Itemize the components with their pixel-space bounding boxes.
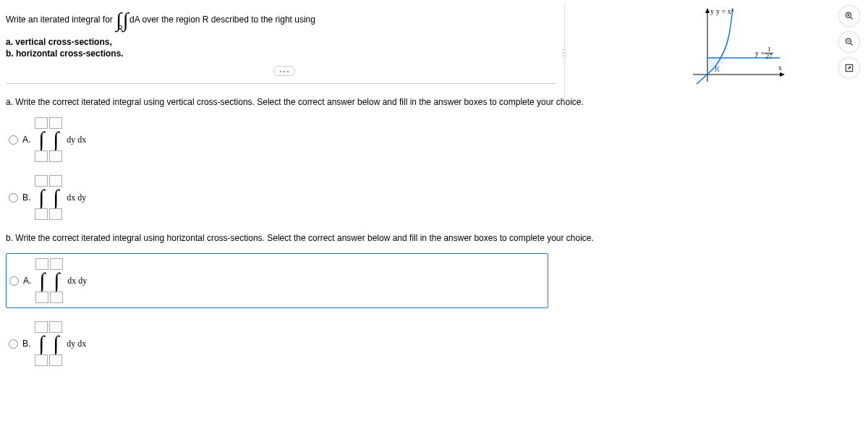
vertical-resize-handle[interactable] [561, 20, 567, 85]
b-A-outer-lower[interactable] [35, 292, 48, 303]
b-B-differential: dy dx [67, 339, 86, 349]
a-B-outer-lower[interactable] [35, 208, 48, 220]
svg-line-6 [851, 17, 853, 20]
svg-marker-1 [705, 8, 710, 13]
region-graph: y y = x³ y = 1 27 R x [686, 6, 787, 89]
part-b-option-b[interactable]: B. ∫ ∫ dy dx [6, 321, 674, 366]
integral-icon: ∫ [54, 271, 59, 291]
svg-line-10 [851, 43, 853, 46]
line-label: y = 1 27 [755, 46, 773, 60]
a-A-outer-lower[interactable] [35, 150, 48, 162]
radio-a-A[interactable] [9, 135, 18, 145]
b-A-differential: dx dy [67, 276, 87, 286]
more-dots-button[interactable]: • • • [273, 66, 295, 76]
cross-section-list: a. vertical cross-sections, b. horizonta… [6, 37, 674, 59]
part-a-option-b[interactable]: B. ∫ ∫ dx dy [6, 175, 674, 220]
integral-icon: ∫ [38, 129, 44, 150]
a-B-differential: dx dy [67, 192, 86, 203]
radio-b-B[interactable] [9, 339, 18, 349]
integral-icon: ∫ [53, 129, 59, 150]
part-b-option-a[interactable]: A. ∫ ∫ dx dy [6, 253, 548, 308]
integral-icon: ∫ [53, 187, 59, 208]
part-a-option-a[interactable]: A. ∫ ∫ dy dx [6, 117, 674, 162]
b-A-inner-lower[interactable] [50, 292, 63, 303]
b-B-outer-lower[interactable] [35, 354, 48, 366]
item-horizontal: b. horizontal cross-sections. [6, 48, 124, 59]
popout-icon[interactable] [839, 58, 859, 78]
b-B-inner-lower[interactable] [49, 354, 62, 366]
radio-a-B[interactable] [9, 193, 18, 203]
radio-b-A[interactable] [9, 276, 19, 286]
zoom-in-icon[interactable] [839, 6, 859, 26]
question-prefix: Write an iterated integral for [6, 14, 115, 25]
a-B-inner-lower[interactable] [49, 208, 62, 220]
integral-icon: ∫ [38, 187, 44, 208]
item-vertical: a. vertical cross-sections, [6, 37, 112, 47]
integral-icon: ∫ [39, 271, 45, 291]
svg-marker-3 [780, 72, 785, 77]
integral-icon: ∫ [38, 334, 44, 354]
double-integral-symbol: ∫∫ R [115, 7, 127, 33]
integral-icon: ∫ [53, 334, 59, 354]
zoom-out-icon[interactable] [839, 32, 859, 52]
a-A-inner-lower[interactable] [49, 150, 62, 162]
section-divider [6, 83, 556, 84]
a-A-differential: dy dx [67, 135, 86, 145]
question-stem: Write an iterated integral for ∫∫ R dA o… [6, 7, 674, 33]
part-b-prompt: b. Write the correct iterated integral u… [6, 233, 674, 243]
part-a-prompt: a. Write the correct iterated integral u… [6, 97, 674, 107]
